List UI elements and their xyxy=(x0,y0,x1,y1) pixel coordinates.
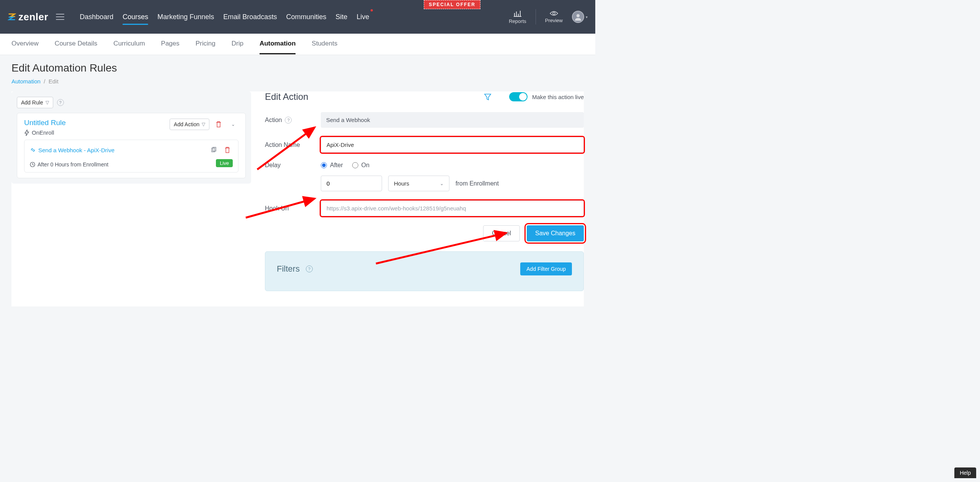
delay-value-input[interactable] xyxy=(321,176,382,191)
nav-email[interactable]: Email Broadcasts xyxy=(223,11,277,23)
toggle-switch[interactable] xyxy=(509,92,528,101)
copy-icon xyxy=(211,147,217,153)
topbar-right: Reports Preview ▾ xyxy=(509,9,588,24)
radio-after[interactable]: After xyxy=(321,162,343,169)
from-enrollment-text: from Enrollment xyxy=(456,180,499,187)
main-nav: Dashboard Courses Marketing Funnels Emai… xyxy=(80,0,369,34)
funnel-icon xyxy=(484,93,492,101)
preview-icon xyxy=(550,11,558,16)
clock-icon xyxy=(30,162,35,167)
svg-point-1 xyxy=(577,14,580,17)
collapse-rule-button[interactable]: ⌄ xyxy=(228,119,238,130)
rules-column: Add Rule ▽ ? Untitled Rule OnEnroll xyxy=(11,91,251,306)
nav-communities[interactable]: Communities xyxy=(286,11,326,23)
delete-action-button[interactable] xyxy=(222,145,233,155)
tab-students[interactable]: Students xyxy=(312,34,337,54)
breadcrumb-current: Edit xyxy=(49,78,59,85)
nav-live[interactable]: Live xyxy=(356,11,369,23)
hook-url-input[interactable] xyxy=(321,200,584,216)
chevron-down-icon: ⌄ xyxy=(231,122,235,127)
filters-title: Filters ? xyxy=(277,264,313,274)
user-icon xyxy=(574,13,582,21)
save-changes-button[interactable]: Save Changes xyxy=(527,225,584,241)
help-icon[interactable]: ? xyxy=(306,265,313,272)
action-timing-label: After 0 Hours from Enrollment xyxy=(38,161,108,168)
delay-radio-group: After On xyxy=(321,162,584,169)
filters-panel: Filters ? Add Filter Group xyxy=(265,251,584,291)
tab-pages[interactable]: Pages xyxy=(161,34,180,54)
action-type-field[interactable]: Send a Webhook xyxy=(321,112,584,128)
tab-pricing[interactable]: Pricing xyxy=(196,34,216,54)
make-live-label: Make this action live xyxy=(532,94,584,100)
logo[interactable]: zenler xyxy=(8,11,48,23)
tab-automation[interactable]: Automation xyxy=(260,34,296,54)
chevron-down-icon: ▽ xyxy=(46,100,49,105)
filter-icon-button[interactable] xyxy=(484,93,492,101)
make-live-toggle: Make this action live xyxy=(509,92,584,101)
edit-action-title: Edit Action xyxy=(265,91,308,102)
delay-inputs: Hours ⌄ from Enrollment xyxy=(321,176,584,191)
copy-action-button[interactable] xyxy=(208,145,219,155)
add-action-button[interactable]: Add Action ▽ xyxy=(170,119,209,130)
help-icon[interactable]: ? xyxy=(285,117,292,124)
nav-site[interactable]: Site xyxy=(335,11,347,23)
radio-on[interactable]: On xyxy=(352,162,369,169)
chevron-down-icon: ⌄ xyxy=(440,181,444,186)
topbar: SPECIAL OFFER zenler Dashboard Courses M… xyxy=(0,0,595,34)
action-name-input[interactable] xyxy=(321,137,584,153)
preview-label: Preview xyxy=(545,18,563,23)
page-title: Edit Automation Rules xyxy=(11,62,584,74)
avatar xyxy=(572,11,584,23)
add-filter-group-button[interactable]: Add Filter Group xyxy=(520,262,572,275)
cancel-button[interactable]: Cancel xyxy=(483,225,520,241)
nav-live-label: Live xyxy=(356,13,369,21)
live-dot-icon xyxy=(371,9,373,11)
rule-trigger: OnEnroll xyxy=(24,129,66,136)
action-row[interactable]: Send a Webhook - ApiX-Drive xyxy=(24,140,238,173)
edit-action-column: Edit Action Make this action live Action… xyxy=(265,91,584,306)
tab-course-details[interactable]: Course Details xyxy=(55,34,98,54)
add-action-label: Add Action xyxy=(174,121,199,127)
nav-courses[interactable]: Courses xyxy=(122,11,148,23)
rule-card: Untitled Rule OnEnroll Add Action ▽ xyxy=(17,113,246,178)
label-action: Action ? xyxy=(265,117,321,124)
action-timing: After 0 Hours from Enrollment xyxy=(30,161,108,168)
radio-on-input[interactable] xyxy=(352,162,358,168)
radio-on-label: On xyxy=(361,162,369,169)
reports-label: Reports xyxy=(509,18,526,24)
tab-curriculum[interactable]: Curriculum xyxy=(113,34,145,54)
nav-marketing[interactable]: Marketing Funnels xyxy=(157,11,214,23)
help-icon[interactable]: ? xyxy=(57,99,64,106)
separator xyxy=(536,9,536,24)
tab-overview[interactable]: Overview xyxy=(11,34,39,54)
rules-panel: Add Rule ▽ ? Untitled Rule OnEnroll xyxy=(11,91,251,184)
special-offer-badge[interactable]: SPECIAL OFFER xyxy=(424,0,480,9)
radio-after-input[interactable] xyxy=(321,162,327,168)
logo-text: zenler xyxy=(18,11,48,23)
trash-icon xyxy=(224,147,230,153)
breadcrumb-automation[interactable]: Automation xyxy=(11,78,41,85)
delete-rule-button[interactable] xyxy=(213,119,224,130)
trash-icon xyxy=(216,121,222,128)
edit-head: Edit Action Make this action live xyxy=(265,91,584,102)
nav-dashboard[interactable]: Dashboard xyxy=(80,11,113,23)
form-buttons: Cancel Save Changes xyxy=(265,225,584,241)
chevron-down-icon: ▽ xyxy=(202,122,205,127)
add-rule-label: Add Rule xyxy=(21,99,43,106)
lightning-icon xyxy=(24,130,29,136)
label-delay: Delay xyxy=(265,162,321,169)
tab-drip[interactable]: Drip xyxy=(232,34,243,54)
reports-icon xyxy=(514,10,521,17)
radio-after-label: After xyxy=(330,162,343,169)
user-menu[interactable]: ▾ xyxy=(572,11,588,23)
hamburger-icon[interactable] xyxy=(56,14,64,20)
action-row-icons xyxy=(208,145,233,155)
reports-button[interactable]: Reports xyxy=(509,10,526,24)
preview-button[interactable]: Preview xyxy=(545,11,563,23)
rules-toolbar: Add Rule ▽ ? xyxy=(17,97,246,108)
course-sub-tabs: Overview Course Details Curriculum Pages… xyxy=(0,34,595,55)
delay-unit-select[interactable]: Hours ⌄ xyxy=(388,176,449,191)
rule-title[interactable]: Untitled Rule xyxy=(24,119,66,127)
zenler-logo-icon xyxy=(8,13,16,21)
add-rule-button[interactable]: Add Rule ▽ xyxy=(17,97,53,108)
